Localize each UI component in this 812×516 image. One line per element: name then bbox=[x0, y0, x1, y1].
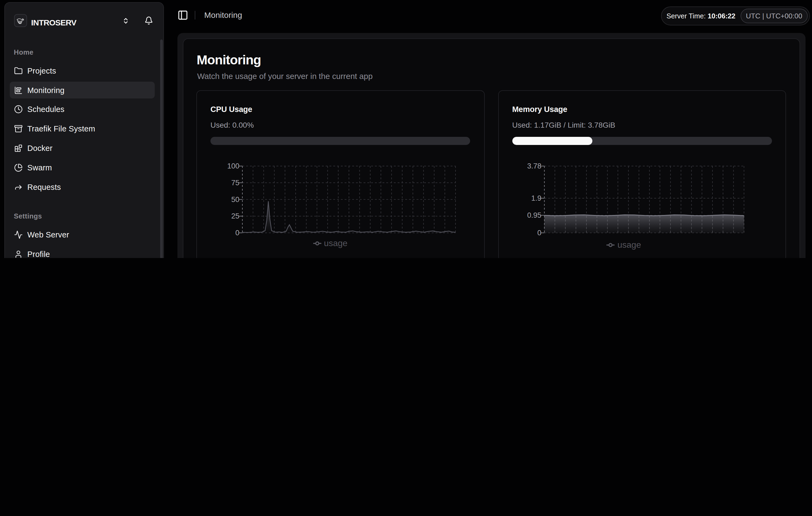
svg-text:100: 100 bbox=[227, 162, 239, 170]
svg-text:3.78: 3.78 bbox=[527, 162, 541, 170]
svg-text:75: 75 bbox=[231, 179, 239, 187]
svg-text:0: 0 bbox=[235, 229, 239, 237]
svg-text:1.9: 1.9 bbox=[531, 194, 541, 202]
svg-text:0.95: 0.95 bbox=[527, 211, 541, 219]
svg-text:25: 25 bbox=[231, 212, 239, 220]
svg-text:50: 50 bbox=[231, 196, 239, 204]
svg-text:0: 0 bbox=[537, 229, 541, 237]
